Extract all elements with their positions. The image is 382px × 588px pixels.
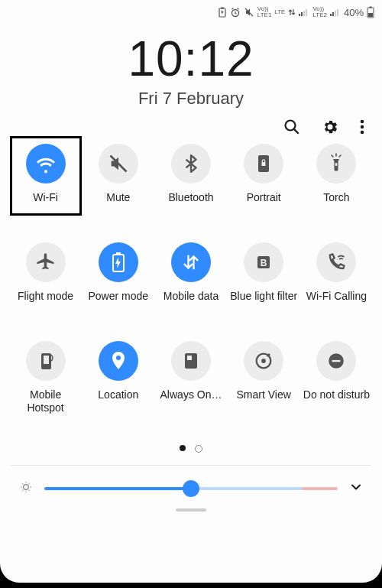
tile-label: Mobile data xyxy=(163,290,219,303)
svg-rect-20 xyxy=(335,163,338,166)
tile-label: Portrait xyxy=(247,191,281,204)
dnd-icon xyxy=(326,351,346,371)
hotspot-icon xyxy=(37,350,55,372)
page-indicator xyxy=(0,445,382,453)
clock-date: Fri 7 February xyxy=(0,89,382,109)
tile-label: Always On… xyxy=(160,388,222,401)
tile-mobiledata[interactable]: Mobile data xyxy=(154,242,227,303)
brightness-expand-button[interactable] xyxy=(348,479,364,498)
tile-label: Flight mode xyxy=(18,290,73,303)
panel-drag-handle[interactable] xyxy=(176,508,206,512)
volte1-label: Vo))LTE1 xyxy=(257,6,272,18)
data-arrows-icon xyxy=(288,8,296,17)
tile-label: Torch xyxy=(323,191,349,204)
location-icon xyxy=(109,349,128,372)
smart-view-icon xyxy=(253,350,274,372)
airplane-icon xyxy=(35,252,57,273)
battery-saver-icon xyxy=(218,7,227,18)
tile-label: Mute xyxy=(106,191,130,204)
tile-hotspot[interactable]: Mobile Hotspot xyxy=(9,341,82,414)
mobile-data-icon xyxy=(180,252,202,273)
tile-wificalling[interactable]: Wi-Fi Calling xyxy=(300,242,373,303)
gear-icon xyxy=(321,118,339,136)
quick-settings-panel: Vo))LTE1 LTE Vo))LTE2 40% 10:12 Fri 7 Fe… xyxy=(0,0,382,583)
tile-label: Bluetooth xyxy=(168,191,213,204)
mute-icon xyxy=(108,153,129,174)
tile-alwayson[interactable]: Always On… xyxy=(154,341,227,414)
wifi-selection-box xyxy=(10,136,82,216)
volte2-label: Vo))LTE2 xyxy=(312,6,327,18)
tile-torch[interactable]: Torch xyxy=(300,144,373,204)
tile-bluelight[interactable]: B Blue light filter xyxy=(228,242,300,303)
battery-icon xyxy=(367,6,374,18)
svg-rect-22 xyxy=(116,252,121,255)
tile-label: Mobile Hotspot xyxy=(11,388,80,414)
tile-dnd[interactable]: Do not disturb xyxy=(300,341,373,414)
lte-label: LTE xyxy=(274,9,285,15)
quick-tiles-grid: Wi-Fi Mute Bluetooth Portrait Torch Flig… xyxy=(0,139,382,414)
mute-status-icon xyxy=(244,7,254,18)
page-dot-0[interactable] xyxy=(180,445,186,451)
svg-point-17 xyxy=(361,131,364,135)
tile-label: Location xyxy=(98,388,138,401)
svg-point-15 xyxy=(361,120,364,124)
tile-location[interactable]: Location xyxy=(82,341,154,414)
tile-flight[interactable]: Flight mode xyxy=(9,242,82,303)
signal1-icon xyxy=(299,8,309,17)
svg-rect-5 xyxy=(303,11,305,16)
alarm-icon xyxy=(230,7,241,18)
bluetooth-icon xyxy=(181,154,201,174)
battery-percent: 40% xyxy=(344,7,364,18)
tile-wifi[interactable]: Wi-Fi xyxy=(9,144,82,204)
svg-rect-12 xyxy=(370,7,372,8)
tile-label: Wi-Fi Calling xyxy=(306,290,367,303)
tile-label: Power mode xyxy=(88,290,148,303)
svg-rect-26 xyxy=(187,356,192,360)
tile-label: Blue light filter xyxy=(230,290,297,303)
tile-portrait[interactable]: Portrait xyxy=(228,144,300,204)
svg-rect-31 xyxy=(332,360,341,362)
svg-rect-7 xyxy=(330,14,332,16)
bluelight-icon: B xyxy=(254,253,273,271)
svg-point-28 xyxy=(261,359,266,363)
chevron-down-icon xyxy=(348,479,364,495)
page-dot-1[interactable] xyxy=(195,445,202,453)
svg-rect-1 xyxy=(221,8,224,9)
svg-rect-4 xyxy=(301,12,303,16)
tile-mute[interactable]: Mute xyxy=(82,144,154,204)
svg-rect-10 xyxy=(337,9,338,16)
wifi-calling-icon xyxy=(325,252,347,273)
power-mode-icon xyxy=(108,251,128,274)
settings-button[interactable] xyxy=(321,118,339,139)
svg-rect-13 xyxy=(368,13,373,17)
more-button[interactable] xyxy=(359,118,365,139)
search-icon xyxy=(283,118,301,136)
torch-icon xyxy=(326,152,346,175)
portrait-lock-icon xyxy=(254,153,273,174)
signal2-icon xyxy=(330,8,341,17)
svg-point-16 xyxy=(361,125,364,129)
tile-label: Do not disturb xyxy=(303,388,370,401)
panel-actions xyxy=(0,109,382,139)
tile-smartview[interactable]: Smart View xyxy=(228,341,300,414)
more-icon xyxy=(359,118,365,136)
search-button[interactable] xyxy=(283,118,301,139)
svg-rect-8 xyxy=(332,12,334,16)
svg-point-32 xyxy=(24,485,29,490)
tile-power[interactable]: Power mode xyxy=(82,242,154,303)
brightness-thumb[interactable] xyxy=(183,480,199,497)
clock-time: 10:12 xyxy=(0,31,382,87)
svg-rect-19 xyxy=(262,162,266,166)
svg-text:B: B xyxy=(261,258,267,268)
svg-rect-6 xyxy=(306,9,307,16)
tile-bluetooth[interactable]: Bluetooth xyxy=(154,144,227,204)
brightness-row xyxy=(0,466,382,498)
svg-rect-9 xyxy=(335,11,336,16)
brightness-slider[interactable] xyxy=(44,487,338,490)
brightness-low-icon xyxy=(18,479,34,498)
status-bar: Vo))LTE1 LTE Vo))LTE2 40% xyxy=(0,0,382,21)
svg-rect-3 xyxy=(299,14,300,16)
always-on-icon xyxy=(183,351,199,371)
tile-label: Smart View xyxy=(237,388,291,401)
